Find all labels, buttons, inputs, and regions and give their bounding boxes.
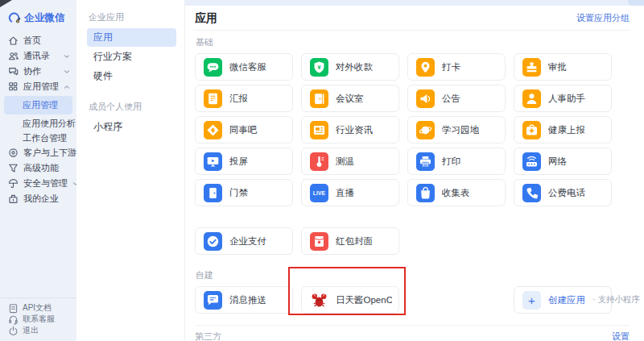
app-name: 网络: [548, 156, 567, 168]
basic-app-card-11[interactable]: 健康上报: [514, 116, 612, 143]
app-name: 收集表: [442, 187, 470, 199]
third-party-settings-link[interactable]: 设置: [612, 331, 630, 341]
basic-app-card-12[interactable]: 投屏: [195, 148, 293, 175]
third-party-divider: [195, 325, 630, 326]
my-company-icon: [8, 193, 19, 204]
create-app-label: 创建应用: [548, 294, 585, 306]
basic-app-card-5[interactable]: 会议室: [301, 85, 399, 112]
secondary-nav: 企业应用应用行业方案硬件成员个人使用小程序: [76, 0, 185, 341]
wecom-logo[interactable]: 企业微信: [0, 8, 76, 33]
sidebar-item-2[interactable]: 协作: [0, 64, 76, 79]
sidebar-item-label: 通讯录: [23, 50, 50, 62]
self-built-app-card-1[interactable]: 日天酱OpenClaw: [301, 286, 399, 314]
report-icon: [204, 89, 222, 108]
app-name: 投屏: [229, 156, 248, 168]
collection-form-icon: [416, 184, 435, 202]
customers-icon: [8, 148, 19, 158]
sidebar-footer-label: API文档: [23, 302, 52, 314]
section-label-third-party: 第三方: [195, 331, 221, 341]
network-icon: [522, 152, 541, 171]
sidebar-footer-item-1[interactable]: 联系客服: [0, 314, 76, 325]
colleague-bar-icon: [204, 121, 222, 139]
basic-app-card-1[interactable]: ¥对外收款: [301, 53, 399, 81]
main-content: 应用 设置应用分组 基础 微信客服¥对外收款打卡审批汇报会议室公告人事助手同事吧…: [185, 0, 644, 341]
set-app-groups-link[interactable]: 设置应用分组: [576, 12, 630, 24]
business-call-icon: [522, 184, 541, 202]
sidebar-subitem-3-0[interactable]: 应用管理: [4, 96, 72, 114]
basic-app-card-0[interactable]: 微信客服: [195, 53, 293, 81]
sidebar: 企业微信 首页通讯录协作应用管理应用管理应用使用分析工作台管理客户与上下游高级功…: [0, 0, 76, 341]
svg-text:¥: ¥: [317, 64, 321, 71]
create-app-sublabel: · 支持小程序: [592, 294, 640, 306]
sidebar-footer-item-2[interactable]: 退出: [0, 325, 76, 336]
basic-app-card-6[interactable]: 公告: [407, 85, 506, 112]
message-push-icon: [204, 291, 222, 310]
sidebar-item-5[interactable]: 高级功能: [0, 160, 76, 176]
sidebar-item-label: 高级功能: [23, 162, 59, 174]
app-name: 打卡: [442, 61, 460, 73]
create-app-button[interactable]: +创建应用· 支持小程序: [514, 286, 612, 314]
app-management-icon: [8, 81, 19, 92]
wecom-logo-icon: [7, 11, 21, 25]
basic-app-card-14[interactable]: 打印: [407, 148, 506, 175]
basic-app-card-8[interactable]: 同事吧: [195, 116, 293, 143]
app-name: 企业支付: [229, 235, 266, 247]
sidebar-item-3[interactable]: 应用管理: [0, 79, 76, 94]
app-name: 打印: [442, 156, 460, 168]
subnav-group-title: 企业应用: [89, 11, 176, 23]
sidebar-footer-item-0[interactable]: API文档: [0, 302, 76, 314]
basic-app-card-16[interactable]: 门禁: [195, 179, 293, 206]
collaboration-icon: [8, 66, 19, 77]
section-label-self-built: 自建: [196, 269, 630, 281]
self-built-app-card-0[interactable]: 消息推送: [195, 286, 293, 314]
contacts-icon: [8, 51, 19, 61]
app-name: 同事吧: [229, 124, 258, 136]
app-name: 汇报: [229, 93, 248, 105]
sidebar-item-label: 客户与上下游: [23, 147, 76, 159]
sidebar-item-7[interactable]: 我的企业: [0, 191, 76, 206]
basic-apps-grid: 微信客服¥对外收款打卡审批汇报会议室公告人事助手同事吧行业资讯学习园地健康上报投…: [195, 53, 630, 206]
basic-app-card-2[interactable]: 打卡: [407, 53, 506, 81]
sidebar-nav: 首页通讯录协作应用管理应用管理应用使用分析工作台管理客户与上下游高级功能安全与管…: [0, 33, 76, 206]
openclaw-lobster-icon: [310, 291, 328, 310]
section-label-basic: 基础: [196, 36, 630, 48]
basic-app-card-4[interactable]: 汇报: [195, 85, 293, 112]
basic-app-card-10[interactable]: 学习园地: [407, 116, 506, 143]
security-icon: [8, 178, 19, 189]
sidebar-subitem-3-1[interactable]: 应用使用分析: [0, 116, 76, 131]
subnav-group-title: 成员个人使用: [89, 101, 176, 113]
basic-app-card-13[interactable]: 测温: [301, 148, 399, 175]
sidebar-item-1[interactable]: 通讯录: [0, 48, 76, 64]
app-name: 行业资讯: [336, 124, 373, 136]
subnav-item-应用[interactable]: 应用: [87, 28, 176, 47]
basic-app-card-21[interactable]: 红包封面: [301, 227, 399, 255]
enterprise-pay-icon: [204, 232, 222, 251]
basic-apps-grid-extra: 企业支付红包封面: [195, 227, 630, 255]
hr-assistant-icon: [522, 89, 541, 108]
subnav-item-小程序[interactable]: 小程序: [87, 118, 176, 136]
meeting-room-icon: [310, 89, 328, 108]
basic-app-card-9[interactable]: 行业资讯: [301, 116, 399, 143]
plus-icon: +: [522, 291, 541, 310]
chevron-up-icon: [64, 84, 70, 90]
logout-icon: [8, 326, 19, 336]
sidebar-footer-label: 联系客服: [23, 314, 55, 325]
wecom-logo-text: 企业微信: [24, 11, 65, 25]
basic-app-card-17[interactable]: LIVE直播: [301, 179, 399, 206]
app-name: 公告: [442, 93, 460, 105]
sidebar-item-4[interactable]: 客户与上下游: [0, 145, 76, 160]
basic-app-card-18[interactable]: 收集表: [407, 179, 506, 206]
payment-collect-icon: ¥: [310, 58, 328, 77]
basic-app-card-3[interactable]: 审批: [514, 53, 612, 81]
subnav-item-行业方案[interactable]: 行业方案: [87, 48, 176, 66]
sidebar-item-6[interactable]: 安全与管理: [0, 176, 76, 191]
sidebar-subitem-3-2[interactable]: 工作台管理: [0, 131, 76, 145]
app-name: 公费电话: [548, 187, 585, 199]
basic-app-card-7[interactable]: 人事助手: [514, 85, 612, 112]
basic-app-card-20[interactable]: 企业支付: [195, 227, 293, 255]
sidebar-item-0[interactable]: 首页: [0, 33, 76, 48]
app-name: 审批: [548, 61, 567, 73]
basic-app-card-19[interactable]: 公费电话: [514, 179, 612, 206]
subnav-item-硬件[interactable]: 硬件: [87, 67, 176, 85]
basic-app-card-15[interactable]: 网络: [514, 148, 612, 175]
